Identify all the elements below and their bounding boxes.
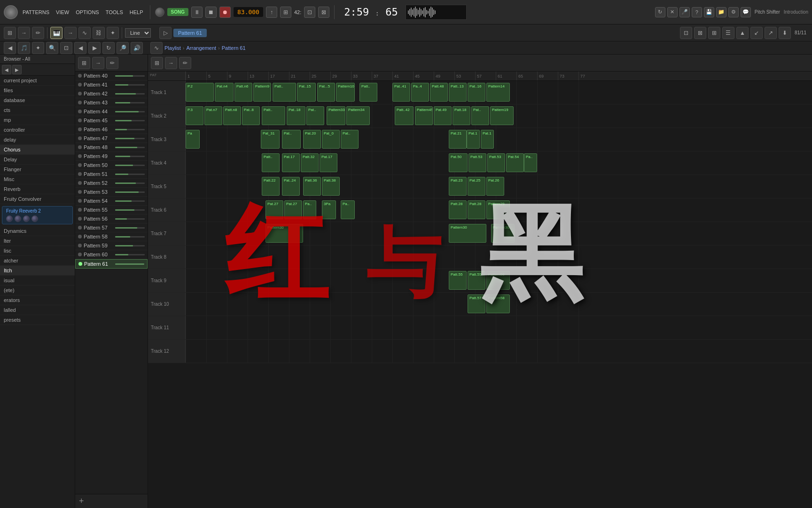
tool-5[interactable]: ▲: [736, 27, 749, 39]
knob-3[interactable]: [23, 215, 30, 222]
block-2-4[interactable]: Patt..: [262, 106, 285, 125]
menu-options[interactable]: OPTIONS: [74, 8, 101, 16]
menu-help[interactable]: HELP: [128, 8, 145, 16]
sidebar-item-reverb[interactable]: Reverb: [0, 184, 75, 194]
pattern-list-btn2[interactable]: →: [92, 57, 104, 69]
pattern-item-61[interactable]: Pattern 61: [75, 259, 148, 269]
block-2-7[interactable]: Pattern33: [327, 106, 345, 125]
block-5-3[interactable]: Patt.38: [322, 177, 340, 196]
help-icon[interactable]: ?: [692, 7, 702, 17]
block-2-3[interactable]: Pat..8: [242, 106, 260, 125]
sidebar-item-misc2[interactable]: lisc: [0, 246, 75, 256]
tool-1[interactable]: ⊡: [680, 27, 692, 39]
track-content-3[interactable]: PaPat_31Pat..Pat.20Pat_0Pat..Pat.21Pat.1…: [186, 128, 812, 151]
block-6-6[interactable]: Patt.28: [468, 200, 485, 219]
folder-icon[interactable]: 📁: [716, 7, 726, 17]
block-2-8[interactable]: Pattern34: [346, 106, 370, 125]
track-content-5[interactable]: Patt.22Pat..24Patt.36Patt.38Patt.23Pat.2…: [186, 175, 812, 198]
sidebar-item-presets[interactable]: presets: [0, 315, 75, 325]
add-pattern-button[interactable]: +: [79, 496, 84, 506]
block-2-0[interactable]: P.3: [186, 106, 203, 125]
playlist-btn1[interactable]: ⊞: [151, 57, 163, 69]
select-btn[interactable]: ✦: [32, 42, 44, 54]
block-7-2[interactable]: Pattern30: [491, 224, 515, 243]
pattern-item-44[interactable]: Pattern 44: [75, 107, 148, 116]
block-1-10[interactable]: Pa..4: [411, 83, 429, 102]
block-7-1[interactable]: Pattern30: [449, 224, 486, 243]
sidebar-item-lalled[interactable]: lalled: [0, 305, 75, 315]
block-7-0[interactable]: Pattern30: [265, 224, 303, 243]
block-9-1[interactable]: Patt.55: [468, 271, 485, 290]
sidebar-item-project[interactable]: current project: [0, 76, 75, 86]
block-5-5[interactable]: Pat.25: [468, 177, 485, 196]
pattern-item-53[interactable]: Pattern 53: [75, 188, 148, 197]
block-4-6[interactable]: Patt.53: [487, 153, 505, 172]
pause-button[interactable]: ⏸: [191, 7, 203, 18]
block-6-3[interactable]: 3Pa: [322, 200, 336, 219]
pattern-item-49[interactable]: Pattern 49: [75, 152, 148, 161]
knob-4[interactable]: [31, 215, 38, 222]
chat-icon[interactable]: 💬: [741, 7, 751, 17]
snap-btn[interactable]: ⊞: [280, 7, 291, 18]
fx-btn[interactable]: ⊠: [318, 7, 329, 18]
song-button[interactable]: SONG: [167, 8, 188, 16]
pattern-item-51[interactable]: Pattern 51: [75, 170, 148, 179]
menu-view[interactable]: VIEW: [54, 8, 71, 16]
block-3-5[interactable]: Pat..: [341, 130, 359, 149]
block-5-0[interactable]: Patt.22: [262, 177, 280, 196]
bpm-display[interactable]: 83.000: [234, 7, 263, 17]
track-content-7[interactable]: Pattern30Pattern30Pattern30: [186, 222, 812, 245]
master-volume-knob[interactable]: [155, 8, 164, 17]
mic-icon[interactable]: 🎤: [679, 7, 690, 17]
block-4-5[interactable]: Patt.53: [468, 153, 486, 172]
block-3-1[interactable]: Pat_31: [261, 130, 280, 149]
knob-1[interactable]: [6, 215, 13, 222]
pattern-list-btn1[interactable]: ⊞: [78, 57, 90, 69]
block-5-2[interactable]: Patt.36: [303, 177, 321, 196]
track-content-1[interactable]: P.2Pat.n4Patt.n6Pattern9Patt..Pat..15Pat…: [186, 81, 812, 104]
link-btn[interactable]: ⛓: [93, 27, 105, 39]
audio-btn[interactable]: 🎵: [18, 42, 30, 54]
forward-nav-btn[interactable]: ▶: [12, 65, 22, 74]
pattern-item-47[interactable]: Pattern 47: [75, 134, 148, 143]
block-3-4[interactable]: Pat_0: [322, 130, 340, 149]
sidebar-item-ete[interactable]: (ete): [0, 286, 75, 295]
block-2-9[interactable]: Patt..42: [395, 106, 414, 125]
block-2-5[interactable]: Pat..18: [287, 106, 305, 125]
sidebar-item-lter[interactable]: lter: [0, 236, 75, 246]
pattern-item-60[interactable]: Pattern 60: [75, 250, 148, 259]
block-6-2[interactable]: Pa..: [303, 200, 316, 219]
block-1-4[interactable]: Patt..: [273, 83, 296, 102]
block-10-1[interactable]: Pattern58: [486, 294, 510, 313]
block-5-1[interactable]: Pat..24: [282, 177, 300, 196]
track-content-2[interactable]: P.3Pat.n7Patt.n8Pat..8Patt..Pat..18Pat..…: [186, 104, 812, 127]
block-1-5[interactable]: Pat..15: [297, 83, 316, 102]
curve-btn[interactable]: ∿: [78, 27, 91, 39]
record-button[interactable]: ⏺: [219, 7, 231, 18]
wave-btn[interactable]: ∿: [150, 42, 163, 54]
pencil-btn[interactable]: ✏: [32, 27, 44, 39]
back-nav-btn[interactable]: ◀: [2, 65, 11, 74]
block-btn[interactable]: ⊡: [60, 42, 72, 54]
block-4-2[interactable]: Patt.32: [301, 153, 319, 172]
refresh-icon[interactable]: ↻: [655, 7, 665, 17]
sidebar-item-erators[interactable]: erators: [0, 295, 75, 305]
block-6-7[interactable]: Pattern29: [486, 200, 510, 219]
prev-btn[interactable]: ◀: [4, 42, 16, 54]
block-1-12[interactable]: Patt..13: [449, 83, 467, 102]
sidebar-item-database[interactable]: database: [0, 95, 75, 105]
sidebar-item-itch[interactable]: Itch: [0, 266, 75, 276]
close-icon[interactable]: ✕: [667, 7, 678, 17]
sidebar-item-flanger[interactable]: Flanger: [0, 165, 75, 175]
sidebar-item-delay[interactable]: delay: [0, 135, 75, 145]
block-6-4[interactable]: Pa..: [341, 200, 355, 219]
grid-btn[interactable]: ⊞: [4, 27, 16, 39]
track-content-6[interactable]: Pat.27Pat.27Pa..3PaPa..Patt.28Patt.28Pat…: [186, 198, 812, 222]
search-btn[interactable]: 🔍: [46, 42, 58, 54]
block-1-3[interactable]: Pattern9: [253, 83, 271, 102]
block-5-4[interactable]: Patt.23: [449, 177, 467, 196]
block-5-6[interactable]: Pat.26: [486, 177, 504, 196]
block-1-8[interactable]: Patt..: [359, 83, 377, 102]
block-2-6[interactable]: Pat..: [306, 106, 324, 125]
block-4-0[interactable]: Patt..: [262, 153, 280, 172]
